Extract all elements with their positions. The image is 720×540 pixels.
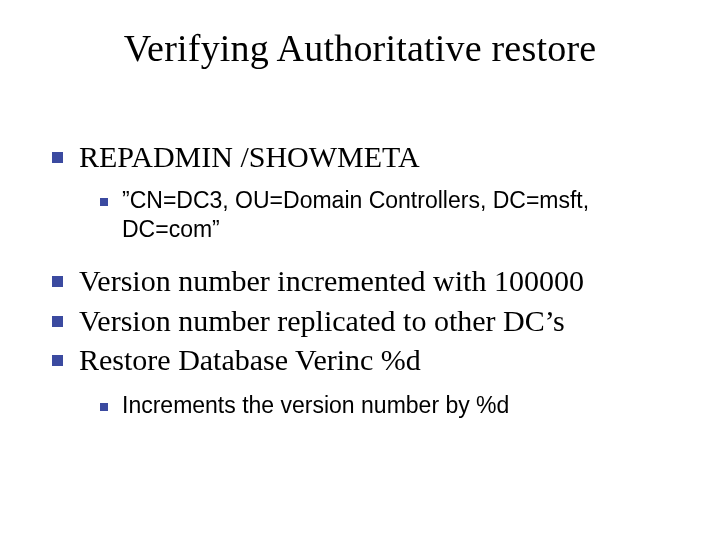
bullet-text: REPADMIN /SHOWMETA <box>79 138 420 176</box>
list-item: Restore Database Verinc %d <box>52 341 680 379</box>
sub-list: ”CN=DC3, OU=Domain Controllers, DC=msft,… <box>100 186 680 245</box>
bullet-text: ”CN=DC3, OU=Domain Controllers, DC=msft,… <box>122 186 680 245</box>
list-group: Version number incremented with 100000 V… <box>52 262 680 379</box>
bullet-text: Version number incremented with 100000 <box>79 262 584 300</box>
list-item: Version number replicated to other DC’s <box>52 302 680 340</box>
bullet-text: Increments the version number by %d <box>122 391 509 420</box>
square-bullet-icon <box>100 403 108 411</box>
list-item: ”CN=DC3, OU=Domain Controllers, DC=msft,… <box>100 186 680 245</box>
square-bullet-icon <box>52 276 63 287</box>
sub-list: Increments the version number by %d <box>100 391 680 420</box>
bullet-text: Version number replicated to other DC’s <box>79 302 565 340</box>
slide: Verifying Authoritative restore REPADMIN… <box>0 0 720 540</box>
list-item: Version number incremented with 100000 <box>52 262 680 300</box>
square-bullet-icon <box>100 198 108 206</box>
square-bullet-icon <box>52 355 63 366</box>
list-item: REPADMIN /SHOWMETA <box>52 138 680 176</box>
square-bullet-icon <box>52 152 63 163</box>
list-item: Increments the version number by %d <box>100 391 680 420</box>
bullet-text: Restore Database Verinc %d <box>79 341 421 379</box>
slide-body: REPADMIN /SHOWMETA ”CN=DC3, OU=Domain Co… <box>52 138 680 424</box>
square-bullet-icon <box>52 316 63 327</box>
slide-title: Verifying Authoritative restore <box>0 26 720 70</box>
